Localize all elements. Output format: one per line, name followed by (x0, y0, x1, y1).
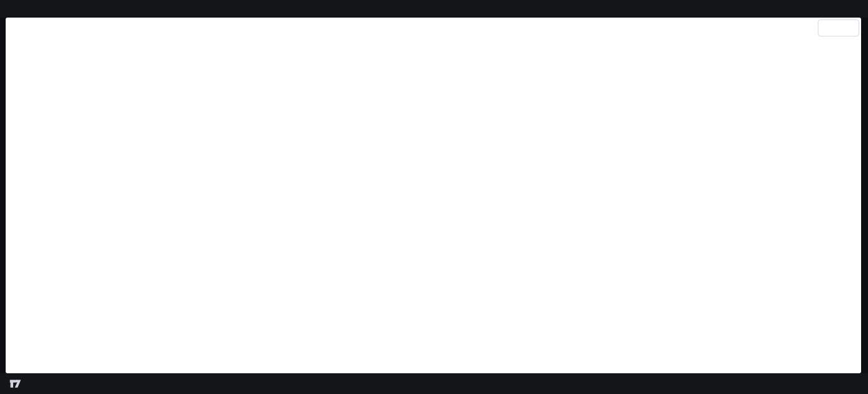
currency-toggle-button[interactable] (818, 19, 859, 36)
snapshot-page (0, 0, 868, 394)
ma-legend (11, 33, 15, 44)
attribution-bar (0, 0, 868, 18)
macd-legend (11, 277, 29, 288)
chart-canvas[interactable] (6, 18, 861, 373)
chart-card (6, 18, 861, 373)
symbol-legend (11, 21, 44, 33)
tradingview-logo-icon[interactable] (9, 377, 22, 390)
footer-bar (0, 373, 868, 394)
